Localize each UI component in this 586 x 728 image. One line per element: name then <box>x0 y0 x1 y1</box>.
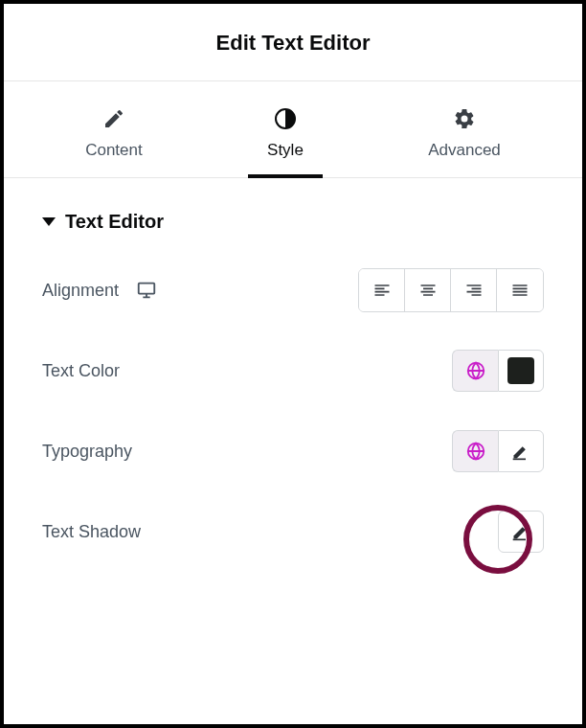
pencil-icon <box>101 106 126 131</box>
globe-icon <box>465 441 486 462</box>
typography-edit-button[interactable] <box>498 430 544 472</box>
row-typography: Typography <box>42 428 544 474</box>
align-right-button[interactable] <box>451 269 497 311</box>
tab-style-label: Style <box>267 141 304 160</box>
gear-icon <box>452 106 477 131</box>
tab-content[interactable]: Content <box>66 99 162 177</box>
globe-icon <box>465 360 486 381</box>
row-alignment: Alignment <box>42 267 544 313</box>
row-text-color: Text Color <box>42 348 544 394</box>
section-title: Text Editor <box>65 211 164 233</box>
desktop-icon[interactable] <box>136 280 157 301</box>
tabs: Content Style Advanced <box>4 81 582 178</box>
svg-rect-4 <box>513 459 526 461</box>
svg-rect-1 <box>139 284 155 294</box>
caret-down-icon <box>42 217 56 226</box>
half-circle-icon <box>273 106 298 131</box>
align-center-button[interactable] <box>405 269 451 311</box>
color-picker-button[interactable] <box>498 350 544 392</box>
pencil-icon <box>511 442 530 461</box>
color-swatch <box>507 357 534 384</box>
text-color-label: Text Color <box>42 361 120 381</box>
global-color-button[interactable] <box>452 350 498 392</box>
global-typography-button[interactable] <box>452 430 498 472</box>
row-text-shadow: Text Shadow <box>42 509 544 555</box>
alignment-label: Alignment <box>42 281 119 301</box>
pencil-icon <box>511 522 530 541</box>
svg-rect-5 <box>513 539 526 541</box>
align-left-button[interactable] <box>359 269 405 311</box>
panel-title: Edit Text Editor <box>4 4 582 80</box>
text-shadow-label: Text Shadow <box>42 522 141 542</box>
tab-style[interactable]: Style <box>248 99 323 177</box>
align-justify-button[interactable] <box>497 269 543 311</box>
tab-advanced-label: Advanced <box>428 141 501 160</box>
section-header[interactable]: Text Editor <box>42 211 544 233</box>
alignment-group <box>358 268 544 312</box>
tab-advanced[interactable]: Advanced <box>409 99 520 177</box>
text-shadow-edit-button[interactable] <box>498 511 544 553</box>
section-text-editor: Text Editor Alignment Text Color <box>4 178 582 608</box>
tab-content-label: Content <box>85 141 143 160</box>
typography-label: Typography <box>42 442 132 462</box>
